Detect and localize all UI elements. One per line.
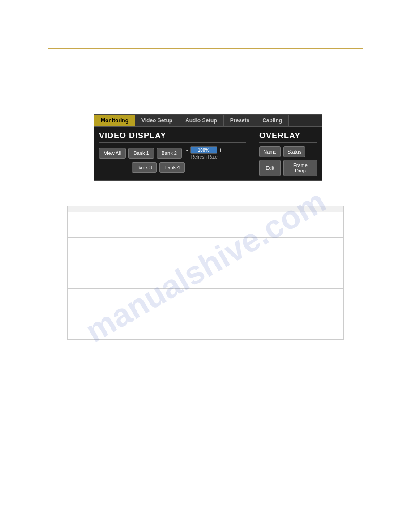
table-row xyxy=(68,212,344,238)
data-table xyxy=(67,206,344,340)
row1-desc xyxy=(121,212,344,238)
bank4-button[interactable]: Bank 4 xyxy=(159,162,184,173)
row5-label xyxy=(68,314,121,340)
tab-bar: Monitoring Video Setup Audio Setup Prese… xyxy=(94,115,322,127)
refresh-row: - 100% + xyxy=(186,146,223,154)
main-ui-panel: Monitoring Video Setup Audio Setup Prese… xyxy=(94,114,322,181)
mid-divider-2 xyxy=(48,372,363,372)
row2-label xyxy=(68,238,121,263)
refresh-bar-text: 100% xyxy=(191,147,217,153)
col2-header xyxy=(121,206,344,212)
panel-body: VIDEO DISPLAY View All Bank 1 Bank 2 - 1… xyxy=(94,127,322,180)
tab-cabling[interactable]: Cabling xyxy=(256,115,289,126)
row3-label xyxy=(68,263,121,289)
name-button[interactable]: Name xyxy=(259,146,281,157)
tab-video-setup[interactable]: Video Setup xyxy=(135,115,179,126)
tab-audio-setup[interactable]: Audio Setup xyxy=(179,115,224,126)
overlay-row-1: Name Status xyxy=(259,146,317,157)
bank-grid: View All Bank 1 Bank 2 - 100% + Refresh xyxy=(99,146,246,173)
table-header-row xyxy=(68,206,344,212)
mid-divider-3 xyxy=(48,430,363,430)
overlay-title: OVERLAY xyxy=(259,131,317,143)
video-display-section: VIDEO DISPLAY View All Bank 1 Bank 2 - 1… xyxy=(99,131,246,176)
bank2-button[interactable]: Bank 2 xyxy=(157,148,182,159)
col1-header xyxy=(68,206,121,212)
table-row xyxy=(68,263,344,289)
refresh-plus-button[interactable]: + xyxy=(219,146,223,154)
row1-label xyxy=(68,212,121,238)
bank3-button[interactable]: Bank 3 xyxy=(132,162,157,173)
refresh-label: Refresh Rate xyxy=(191,154,218,159)
row5-desc xyxy=(121,314,344,340)
table-section xyxy=(67,206,344,340)
top-divider xyxy=(48,48,363,49)
refresh-minus-button[interactable]: - xyxy=(186,146,188,154)
refresh-control: - 100% + Refresh Rate xyxy=(186,146,223,159)
view-all-button[interactable]: View All xyxy=(99,148,126,159)
status-button[interactable]: Status xyxy=(283,146,305,157)
row4-desc xyxy=(121,289,344,314)
table-row xyxy=(68,289,344,314)
refresh-bar: 100% xyxy=(190,146,217,154)
frame-drop-button[interactable]: Frame Drop xyxy=(283,160,317,176)
mid-divider-1 xyxy=(48,202,363,202)
table-row xyxy=(68,238,344,263)
overlay-section: OVERLAY Name Status Edit Frame Drop xyxy=(259,131,317,176)
video-display-title: VIDEO DISPLAY xyxy=(99,131,246,143)
table-row xyxy=(68,314,344,340)
bottom-divider xyxy=(48,515,363,515)
bank-row-2: Bank 3 Bank 4 xyxy=(99,162,246,173)
bank-row-1: View All Bank 1 Bank 2 - 100% + Refresh xyxy=(99,146,246,159)
overlay-row-2: Edit Frame Drop xyxy=(259,160,317,176)
edit-button[interactable]: Edit xyxy=(259,160,281,176)
row2-desc xyxy=(121,238,344,263)
panel-divider xyxy=(253,131,253,176)
bank1-button[interactable]: Bank 1 xyxy=(128,148,154,159)
overlay-buttons: Name Status Edit Frame Drop xyxy=(259,146,317,176)
row4-label xyxy=(68,289,121,314)
tab-presets[interactable]: Presets xyxy=(224,115,256,126)
tab-monitoring[interactable]: Monitoring xyxy=(94,115,135,126)
row3-desc xyxy=(121,263,344,289)
